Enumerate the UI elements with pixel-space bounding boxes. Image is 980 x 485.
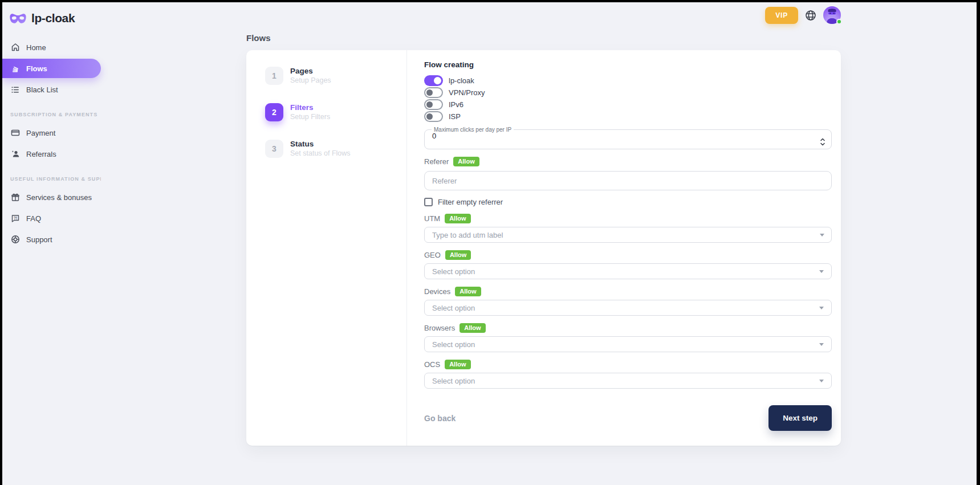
sidebar-section-support: USEFUL INFORMATION & SUPPORT [2, 176, 101, 182]
sidebar-item-label: Payment [26, 129, 55, 137]
sidebar-item-label: Black List [26, 85, 58, 94]
step-number: 2 [265, 103, 283, 121]
section-label: USEFUL INFORMATION & SUPPORT [10, 176, 101, 182]
chevron-down-icon [819, 307, 824, 309]
devices-select[interactable]: Select option [424, 300, 832, 316]
page-title: Flows [246, 33, 841, 43]
flow-wizard-card: 1 Pages Setup Pages 2 Filters Setup Filt… [246, 50, 841, 446]
brand-name: lp-cloak [31, 11, 75, 25]
lifebuoy-icon [10, 235, 20, 244]
utm-label: UTM [424, 214, 440, 223]
devices-label-row: Devices Allow [424, 287, 832, 296]
next-step-button[interactable]: Next step [768, 405, 832, 431]
main-area: VIP [246, 2, 841, 446]
avatar[interactable] [823, 6, 841, 24]
chevron-down-icon [819, 380, 824, 382]
chevron-down-icon[interactable] [820, 234, 824, 237]
sidebar-item-flows[interactable]: Flows [2, 59, 101, 78]
select-placeholder: Select option [432, 304, 475, 312]
geo-allow-badge[interactable]: Allow [445, 250, 471, 260]
sidebar-item-support[interactable]: Support [2, 230, 101, 249]
toggle-label: IPv6 [449, 100, 463, 109]
browsers-label-row: Browsers Allow [424, 323, 832, 333]
step-number: 1 [265, 67, 283, 85]
geo-label-row: GEO Allow [424, 250, 832, 260]
filter-empty-referrer-checkbox[interactable] [424, 198, 433, 206]
sidebar-item-payment[interactable]: Payment [2, 123, 101, 142]
max-clicks-value: 0 [432, 132, 826, 140]
ipv6-toggle[interactable] [424, 99, 443, 110]
go-back-button[interactable]: Go back [424, 414, 456, 423]
sidebar-item-referrals[interactable]: Referrals [2, 144, 101, 164]
step-title: Status [290, 140, 351, 149]
sidebar-item-label: FAQ [26, 214, 41, 223]
select-placeholder: Select option [432, 377, 475, 385]
browsers-label: Browsers [424, 324, 455, 332]
max-clicks-field[interactable]: Maximum clicks per day per IP 0 [424, 127, 832, 149]
toggle-row-vpn-proxy[interactable]: VPN/Proxy [424, 87, 832, 99]
select-placeholder: Select option [432, 340, 475, 349]
browsers-allow-badge[interactable]: Allow [459, 323, 485, 333]
chevron-down-icon [819, 343, 824, 346]
ocs-label: OCS [424, 360, 440, 369]
gift-icon [10, 193, 20, 202]
ocs-label-row: OCS Allow [424, 360, 832, 369]
sidebar-section-subscription: SUBSCRIPTION & PAYMENTS [2, 112, 101, 117]
toggle-row-ipv6[interactable]: IPv6 [424, 99, 832, 111]
utm-allow-badge[interactable]: Allow [445, 214, 470, 223]
sidebar-item-home[interactable]: Home [2, 38, 101, 57]
toggle-label: VPN/Proxy [449, 88, 485, 97]
toggle-row-lp-cloak[interactable]: lp-cloak [424, 75, 832, 87]
step-filters[interactable]: 2 Filters Setup Filters [265, 103, 406, 121]
sidebar-nav: Home Flows Black List [2, 38, 101, 249]
step-subtitle: Setup Filters [290, 112, 330, 121]
step-subtitle: Setup Pages [290, 76, 331, 85]
step-subtitle: Set status of Flows [290, 149, 351, 158]
lp-cloak-toggle[interactable] [424, 75, 443, 86]
form-title: Flow creating [424, 60, 832, 69]
sidebar-item-label: Referrals [26, 150, 56, 158]
referer-allow-badge[interactable]: Allow [453, 157, 479, 166]
utm-input[interactable] [424, 227, 832, 243]
sidebar-item-label: Flows [26, 64, 47, 73]
referer-input[interactable] [424, 171, 832, 190]
isp-toggle[interactable] [424, 111, 443, 122]
ocs-select[interactable]: Select option [424, 373, 832, 389]
geo-select[interactable]: Select option [424, 263, 832, 279]
max-clicks-label: Maximum clicks per day per IP [432, 127, 514, 133]
filters-form: Flow creating lp-cloak VPN/Proxy IPv6 IS… [407, 50, 841, 446]
online-status-dot [836, 19, 842, 25]
person-add-icon [10, 149, 20, 159]
sidebar-item-black-list[interactable]: Black List [2, 80, 101, 99]
filter-empty-referrer-row[interactable]: Filter empty referrer [424, 198, 832, 206]
credit-card-icon [10, 128, 20, 138]
svg-text:?!: ?! [14, 216, 17, 220]
geo-label: GEO [424, 251, 441, 259]
sidebar: lp-cloak Home Flows [2, 2, 101, 485]
browsers-select[interactable]: Select option [424, 336, 832, 352]
devices-label: Devices [424, 287, 450, 296]
select-placeholder: Select option [432, 267, 475, 276]
referer-label: Referer [424, 157, 449, 166]
number-stepper-icon[interactable] [820, 137, 826, 149]
sidebar-item-services[interactable]: Services & bonuses [2, 188, 101, 207]
ocs-allow-badge[interactable]: Allow [445, 360, 470, 369]
checkbox-label: Filter empty referrer [438, 198, 503, 206]
chevron-down-icon [819, 270, 824, 273]
sidebar-item-faq[interactable]: ?! FAQ [2, 209, 101, 228]
sidebar-item-label: Support [26, 235, 52, 244]
globe-icon[interactable] [805, 10, 816, 21]
utm-label-row: UTM Allow [424, 214, 832, 223]
form-footer: Go back Next step [424, 405, 832, 431]
referer-label-row: Referer Allow [424, 157, 832, 166]
step-status[interactable]: 3 Status Set status of Flows [265, 140, 406, 158]
topbar: VIP [765, 6, 841, 24]
step-title: Pages [290, 67, 331, 76]
step-pages[interactable]: 1 Pages Setup Pages [265, 67, 406, 85]
vpn-proxy-toggle[interactable] [424, 87, 443, 98]
home-icon [10, 43, 20, 52]
faq-bubble-icon: ?! [10, 214, 20, 223]
devices-allow-badge[interactable]: Allow [455, 287, 481, 296]
vip-button[interactable]: VIP [765, 7, 798, 24]
toggle-row-isp[interactable]: ISP [424, 111, 832, 123]
